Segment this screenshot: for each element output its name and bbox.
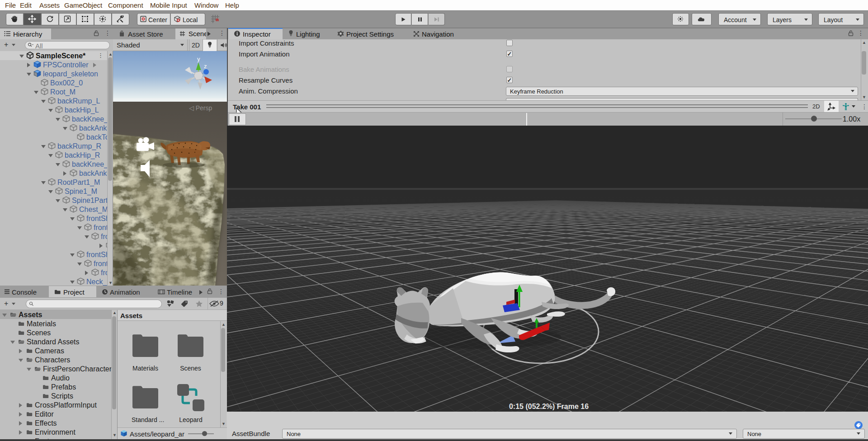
svg-text:z: z xyxy=(204,63,207,70)
svg-text:0:15 (052.2%) Frame 16: 0:15 (052.2%) Frame 16 xyxy=(509,403,589,410)
svg-text:◁ Persp: ◁ Persp xyxy=(189,104,212,112)
svg-text:y: y xyxy=(197,56,200,62)
